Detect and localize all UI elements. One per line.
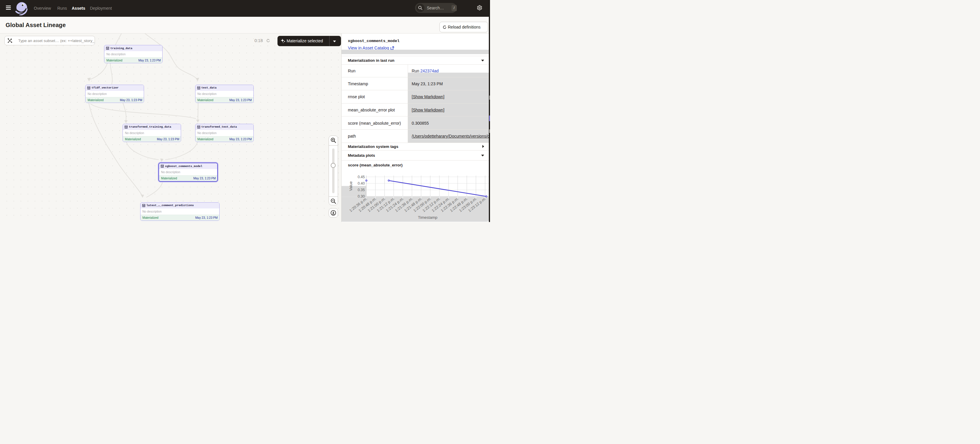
svg-text:Timestamp: Timestamp xyxy=(418,215,438,220)
svg-text:0.45: 0.45 xyxy=(358,175,365,179)
svg-text:0.40: 0.40 xyxy=(358,181,365,186)
svg-text:0.35: 0.35 xyxy=(358,188,365,192)
svg-text:Value: Value xyxy=(348,181,353,191)
